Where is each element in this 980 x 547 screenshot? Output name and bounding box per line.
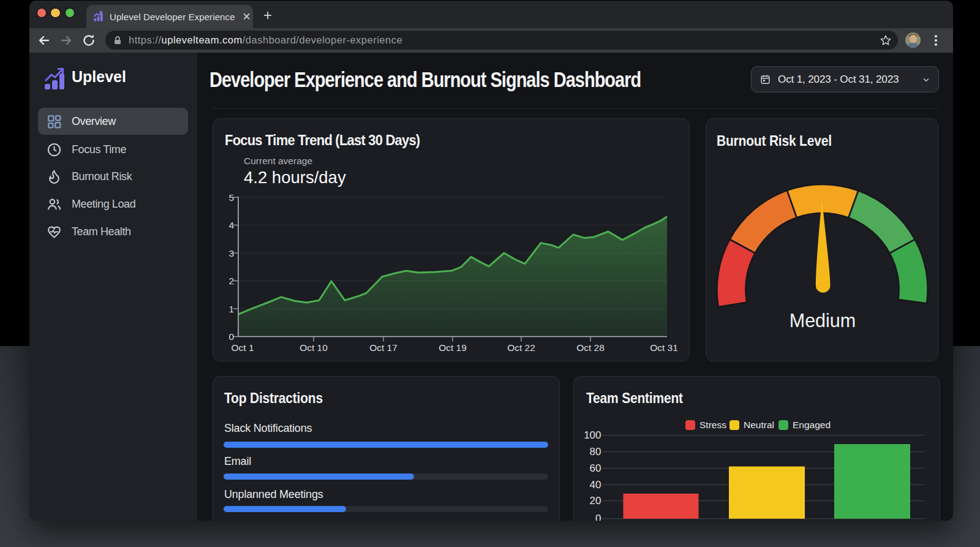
svg-text:Oct 28: Oct 28 [576, 342, 605, 353]
svg-text:Oct 19: Oct 19 [439, 342, 467, 353]
svg-text:4: 4 [228, 220, 234, 230]
svg-text:40: 40 [590, 479, 601, 491]
svg-text:5: 5 [228, 192, 234, 203]
svg-text:80: 80 [590, 446, 601, 458]
svg-text:Oct 31: Oct 31 [650, 342, 678, 353]
svg-text:100: 100 [584, 429, 601, 441]
svg-text:Oct 22: Oct 22 [507, 342, 535, 353]
svg-text:20: 20 [590, 495, 601, 507]
svg-text:Oct 17: Oct 17 [369, 342, 398, 353]
svg-text:Oct 1: Oct 1 [231, 342, 254, 353]
svg-text:60: 60 [590, 462, 601, 474]
svg-text:0: 0 [595, 513, 601, 521]
svg-text:0: 0 [228, 331, 234, 342]
svg-text:2: 2 [228, 276, 234, 286]
svg-text:1: 1 [228, 304, 234, 314]
svg-text:Oct 10: Oct 10 [300, 342, 328, 353]
svg-text:3: 3 [228, 248, 234, 258]
